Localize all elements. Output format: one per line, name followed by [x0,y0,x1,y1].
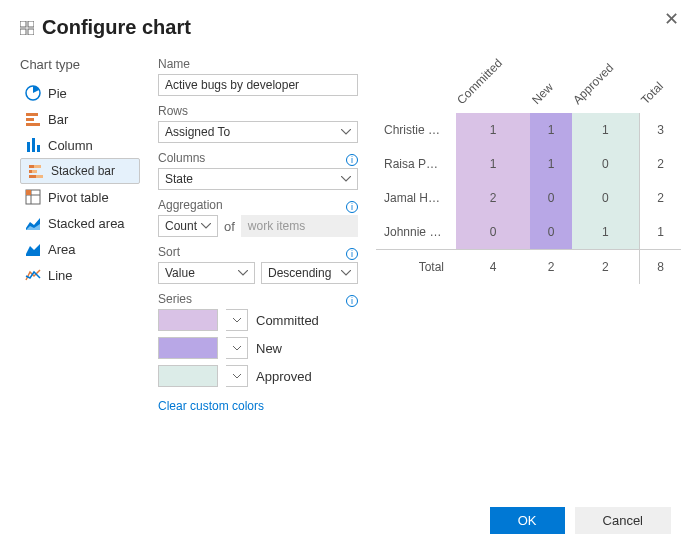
pivot-cell: 1 [530,113,572,147]
pivot-cell: 2 [456,181,530,215]
columns-label: Columns [158,151,205,165]
columns-select[interactable]: State [158,168,358,190]
sort-dir-select[interactable]: Descending [261,262,358,284]
series-color-picker[interactable] [226,309,248,331]
dialog-header: Configure chart [20,16,671,39]
chart-type-panel: Chart type PieBarColumnStacked barPivot … [20,57,140,421]
pivot-cell: 0 [572,181,639,215]
pivot-cell: 1 [456,147,530,181]
chart-type-column[interactable]: Column [20,132,140,158]
pivot-total-cell: 4 [456,250,530,285]
pivot-cell: 2 [639,147,681,181]
ok-button[interactable]: OK [490,507,565,534]
svg-rect-5 [26,113,38,116]
info-icon[interactable]: i [346,154,358,166]
chart-type-label: Bar [48,112,68,127]
cancel-button[interactable]: Cancel [575,507,671,534]
config-panel: Name Rows Assigned To Columns i State Ag… [158,57,358,421]
svg-rect-0 [20,21,26,27]
aggregation-of-text: of [224,219,235,234]
aggregation-label: Aggregation [158,198,223,212]
pivot-cell: 1 [572,113,639,147]
pivot-row: Raisa Pokro...1102 [376,147,681,181]
preview-panel: CommittedNewApprovedTotalChristie Ch...1… [376,57,681,421]
pivot-table-icon [24,188,42,206]
info-icon[interactable]: i [346,295,358,307]
column-icon [24,136,42,154]
svg-rect-2 [20,29,26,35]
series-name: Committed [256,313,319,328]
bar-icon [24,110,42,128]
svg-rect-11 [29,165,34,168]
chart-type-heading: Chart type [20,57,140,72]
svg-rect-1 [28,21,34,27]
series-row: Committed [158,309,358,331]
chart-type-label: Column [48,138,93,153]
info-icon[interactable]: i [346,248,358,260]
pivot-total-label: Total [376,250,456,285]
pivot-cell: 1 [456,113,530,147]
svg-rect-10 [37,145,40,152]
svg-rect-13 [29,170,32,173]
chart-type-label: Stacked area [48,216,125,231]
chart-type-bar[interactable]: Bar [20,106,140,132]
series-row: New [158,337,358,359]
name-input[interactable] [158,74,358,96]
rows-select[interactable]: Assigned To [158,121,358,143]
stacked-bar-icon [27,162,45,180]
chart-type-label: Pie [48,86,67,101]
pivot-cell: 1 [530,147,572,181]
svg-rect-20 [26,190,31,195]
close-button[interactable]: ✕ [664,8,679,30]
pivot-row: Johnnie McL...0011 [376,215,681,250]
series-name: Approved [256,369,312,384]
svg-rect-7 [26,123,40,126]
area-icon [24,240,42,258]
pie-icon [24,84,42,102]
rows-label: Rows [158,104,358,118]
chart-type-label: Area [48,242,75,257]
pivot-cell: 2 [639,181,681,215]
pivot-row-header: Raisa Pokro... [376,147,456,181]
pivot-cell: 0 [530,181,572,215]
chart-type-pie[interactable]: Pie [20,80,140,106]
series-color-picker[interactable] [226,337,248,359]
line-icon [24,266,42,284]
pivot-row: Christie Ch...1113 [376,113,681,147]
chart-type-label: Pivot table [48,190,109,205]
series-color-picker[interactable] [226,365,248,387]
pivot-col-header: Committed [456,87,530,113]
svg-rect-15 [29,175,36,178]
pivot-col-header: Approved [572,87,639,113]
pivot-col-header: New [530,87,572,113]
pivot-row-header: Christie Ch... [376,113,456,147]
pivot-row-header: Jamal Hartn... [376,181,456,215]
chart-type-pivot-table[interactable]: Pivot table [20,184,140,210]
svg-rect-16 [36,175,43,178]
svg-rect-3 [28,29,34,35]
chart-type-label: Line [48,268,73,283]
clear-colors-link[interactable]: Clear custom colors [158,399,264,413]
series-name: New [256,341,282,356]
chart-type-stacked-bar[interactable]: Stacked bar [20,158,140,184]
pivot-row: Jamal Hartn...2002 [376,181,681,215]
chart-type-stacked-area[interactable]: Stacked area [20,210,140,236]
dialog-title: Configure chart [42,16,191,39]
info-icon[interactable]: i [346,201,358,213]
sort-by-select[interactable]: Value [158,262,255,284]
svg-rect-9 [32,138,35,152]
chart-grid-icon [20,21,34,35]
sort-label: Sort [158,245,180,259]
pivot-cell: 1 [639,215,681,250]
svg-rect-12 [34,165,41,168]
svg-rect-6 [26,118,34,121]
svg-rect-8 [27,142,30,152]
pivot-cell: 3 [639,113,681,147]
aggregation-select[interactable]: Count [158,215,218,237]
chart-type-label: Stacked bar [51,164,115,178]
pivot-total-row: Total4228 [376,250,681,285]
chart-type-area[interactable]: Area [20,236,140,262]
series-swatch [158,337,218,359]
svg-rect-14 [32,170,37,173]
chart-type-line[interactable]: Line [20,262,140,288]
